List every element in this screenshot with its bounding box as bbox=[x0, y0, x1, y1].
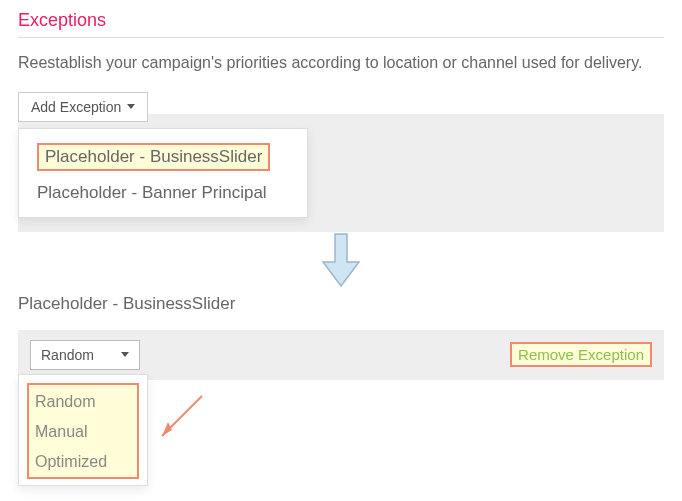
highlight-box: Placeholder - BusinessSlider bbox=[37, 143, 270, 171]
placeholder-menu-item-business-slider[interactable]: Placeholder - BusinessSlider bbox=[29, 137, 297, 177]
page-title: Exceptions bbox=[18, 10, 664, 31]
priority-mode-dropdown-menu: Random Manual Optimized bbox=[18, 374, 148, 486]
placeholder-menu-item-banner-principal[interactable]: Placeholder - Banner Principal bbox=[29, 177, 297, 209]
priority-mode-select[interactable]: Random bbox=[30, 340, 140, 370]
priority-mode-area: Random Manual Optimized bbox=[0, 380, 682, 501]
pointer-arrow-icon bbox=[150, 390, 210, 453]
svg-marker-1 bbox=[162, 422, 172, 436]
down-arrow-wrap bbox=[0, 232, 682, 288]
priority-option-optimized[interactable]: Optimized bbox=[33, 447, 133, 477]
divider bbox=[18, 37, 664, 38]
add-exception-label: Add Exception bbox=[31, 99, 121, 115]
priority-mode-value: Random bbox=[41, 347, 94, 363]
highlight-box: Random Manual Optimized bbox=[27, 383, 139, 479]
exception-title: Placeholder - BusinessSlider bbox=[18, 294, 664, 314]
caret-down-icon bbox=[127, 104, 135, 109]
add-exception-button[interactable]: Add Exception bbox=[18, 92, 148, 122]
priority-option-random[interactable]: Random bbox=[33, 387, 133, 417]
exception-bar: Random Remove Exception bbox=[18, 330, 664, 380]
add-exception-section: Add Exception Placeholder - BusinessSlid… bbox=[18, 92, 664, 232]
priority-option-manual[interactable]: Manual bbox=[33, 417, 133, 447]
caret-down-icon bbox=[121, 352, 129, 357]
placeholder-dropdown-menu: Placeholder - BusinessSlider Placeholder… bbox=[18, 128, 308, 218]
arrow-down-icon bbox=[321, 232, 361, 288]
description-text: Reestablish your campaign's priorities a… bbox=[18, 52, 664, 74]
remove-exception-link[interactable]: Remove Exception bbox=[510, 342, 652, 367]
